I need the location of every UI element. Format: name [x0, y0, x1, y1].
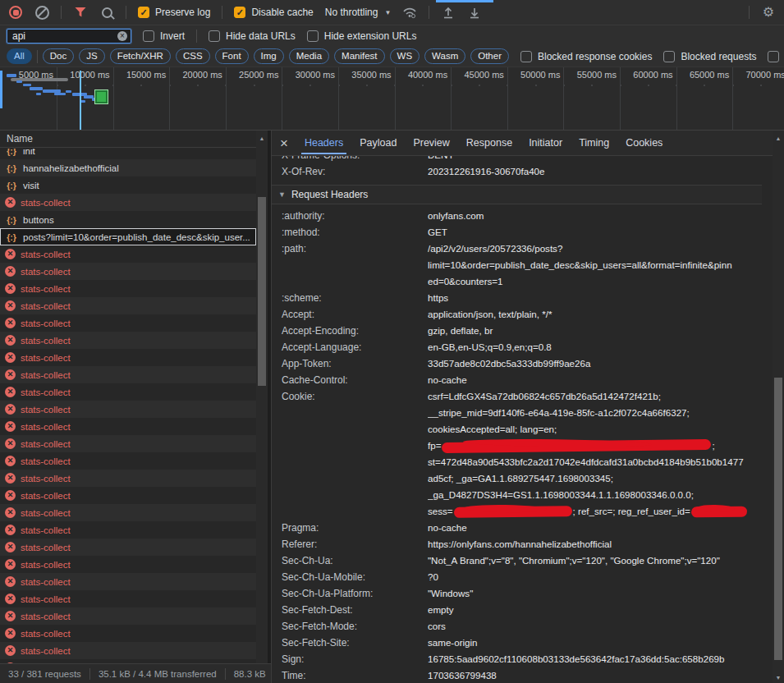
request-row[interactable]: ✕ stats-collect: [0, 418, 256, 435]
type-filter-manifest[interactable]: Manifest: [334, 48, 384, 64]
type-filter-other[interactable]: Other: [470, 48, 509, 64]
request-row[interactable]: ✕ stats-collect: [0, 556, 256, 573]
type-filter-js[interactable]: JS: [79, 48, 104, 64]
settings-button[interactable]: ⚙: [761, 5, 776, 20]
request-row[interactable]: ✕ stats-collect: [0, 625, 256, 642]
request-row[interactable]: ✕ stats-collect: [0, 521, 256, 539]
request-name: visit: [23, 181, 39, 190]
request-row[interactable]: ✕ stats-collect: [0, 263, 256, 280]
header-row: :method: GET: [272, 224, 762, 241]
request-row[interactable]: {:} visit: [0, 176, 256, 194]
checkbox-box: ✓: [138, 7, 149, 18]
request-row[interactable]: ✕ stats-collect: [0, 245, 256, 263]
type-filter-fetch-xhr[interactable]: Fetch/XHR: [110, 48, 171, 64]
tab-response[interactable]: Response: [458, 131, 520, 154]
type-filter-all[interactable]: All: [7, 48, 32, 64]
request-row[interactable]: ✕ stats-collect: [0, 314, 256, 332]
request-row[interactable]: ✕ stats-collect: [0, 642, 256, 659]
request-list: {:} init {:} hannahelizabethofficial {:}…: [0, 149, 256, 663]
json-icon: {:}: [5, 181, 18, 190]
request-details-panel: × HeadersPayloadPreviewResponseInitiator…: [271, 131, 773, 683]
invert-checkbox[interactable]: ✓ Invert: [143, 30, 185, 42]
divider: [196, 30, 197, 43]
request-row[interactable]: ✕ stats-collect: [0, 573, 256, 590]
type-filter-css[interactable]: CSS: [176, 48, 210, 64]
name-column-header[interactable]: Name: [0, 131, 256, 148]
request-row[interactable]: ✕ stats-collect: [0, 504, 256, 521]
search-button[interactable]: [99, 5, 114, 20]
request-name: stats-collect: [21, 474, 71, 484]
tab-payload[interactable]: Payload: [351, 131, 405, 154]
request-row[interactable]: ✕ stats-collect: [0, 470, 256, 487]
details-scrollbar[interactable]: ▲ ▼: [773, 131, 784, 683]
timeline-overview[interactable]: 5000 ms10000 ms15000 ms20000 ms25000 ms3…: [0, 67, 784, 131]
filter-toggle-button[interactable]: [73, 5, 88, 20]
disable-cache-checkbox[interactable]: ✓ Disable cache: [234, 7, 313, 18]
headers-content: X-Frame-Options: DENY X-Of-Rev: 20231226…: [272, 156, 762, 683]
clear-button[interactable]: [34, 5, 49, 20]
type-filter-font[interactable]: Font: [215, 48, 249, 64]
request-row[interactable]: ✕ stats-collect: [0, 607, 256, 625]
tab-initiator[interactable]: Initiator: [520, 131, 571, 154]
type-filter-media[interactable]: Media: [289, 48, 329, 64]
header-name: Cookie:: [272, 388, 428, 520]
request-row[interactable]: ✕ stats-collect: [0, 349, 256, 366]
clear-icon: [35, 6, 49, 20]
throttling-dropdown[interactable]: No throttling ▼: [325, 7, 392, 18]
scroll-up-icon[interactable]: ▲: [256, 135, 268, 141]
3rd-party-requests-checkbox[interactable]: ✓ 3rd-party requests: [768, 51, 784, 62]
tab-cookies[interactable]: Cookies: [617, 131, 671, 154]
request-row[interactable]: {:} buttons: [0, 211, 256, 228]
request-row[interactable]: ✕ stats-collect: [0, 452, 256, 470]
blocked-response-cookies-checkbox[interactable]: ✓ Blocked response cookies: [520, 51, 652, 62]
header-value: empty: [428, 602, 762, 618]
request-row[interactable]: ✕ stats-collect: [0, 435, 256, 452]
export-har-button[interactable]: [467, 5, 482, 20]
request-row[interactable]: {:} posts?limit=10&order=publish_date_de…: [0, 228, 256, 245]
scroll-up-icon[interactable]: ▲: [773, 135, 784, 141]
scroll-down-icon[interactable]: ▼: [773, 675, 784, 681]
error-icon: ✕: [5, 645, 16, 656]
filter-input[interactable]: [11, 30, 117, 43]
request-row[interactable]: {:} hannahelizabethofficial: [0, 159, 256, 176]
waterfall-mark-cyan: [80, 71, 81, 130]
scrollbar-thumb[interactable]: [774, 378, 782, 660]
header-name: Accept-Encoding:: [272, 323, 428, 339]
record-button[interactable]: [8, 5, 23, 20]
request-row[interactable]: {:} init: [0, 149, 256, 159]
request-list-scrollbar[interactable]: ▲: [256, 131, 268, 663]
clear-filter-icon[interactable]: ×: [117, 31, 127, 41]
request-row[interactable]: ✕ stats-collect: [0, 366, 256, 383]
request-row[interactable]: ✕ stats-collect: [0, 401, 256, 418]
close-icon[interactable]: ×: [280, 136, 288, 150]
request-row[interactable]: ✕ stats-collect: [0, 280, 256, 297]
network-conditions-button[interactable]: [402, 5, 417, 20]
request-row[interactable]: ✕ stats-collect: [0, 332, 256, 349]
hide-data-urls-checkbox[interactable]: ✓ Hide data URLs: [209, 30, 296, 42]
request-row[interactable]: ✕ stats-collect: [0, 590, 256, 607]
request-row[interactable]: ✕ stats-collect: [0, 383, 256, 401]
request-row[interactable]: ✕ stats-collect: [0, 194, 256, 211]
error-icon: ✕: [5, 404, 16, 415]
tab-preview[interactable]: Preview: [405, 131, 457, 154]
request-headers-section[interactable]: ▼Request Headers: [272, 185, 762, 204]
tab-headers[interactable]: Headers: [296, 131, 351, 154]
request-row[interactable]: ✕ stats-collect: [0, 487, 256, 504]
redaction-mark: [442, 439, 711, 453]
disable-cache-label: Disable cache: [251, 7, 313, 18]
request-row[interactable]: ✕ stats-collect: [0, 297, 256, 314]
request-row[interactable]: ✕ stats-collect: [0, 539, 256, 556]
header-name: Sec-Ch-Ua-Platform:: [272, 585, 428, 602]
request-name: stats-collect: [21, 387, 71, 397]
hide-extension-urls-checkbox[interactable]: ✓ Hide extension URLs: [307, 30, 417, 42]
preserve-log-checkbox[interactable]: ✓ Preserve log: [138, 7, 210, 18]
header-row: Accept-Language: en-GB,en-US;q=0.9,en;q=…: [272, 339, 762, 355]
scrollbar-thumb[interactable]: [258, 197, 266, 386]
blocked-requests-checkbox[interactable]: ✓ Blocked requests: [663, 51, 756, 62]
type-filter-doc[interactable]: Doc: [43, 48, 74, 64]
type-filter-ws[interactable]: WS: [390, 48, 420, 64]
type-filter-wasm[interactable]: Wasm: [424, 48, 465, 64]
type-filter-img[interactable]: Img: [254, 48, 284, 64]
import-har-button[interactable]: [441, 5, 456, 20]
tab-timing[interactable]: Timing: [571, 131, 617, 154]
